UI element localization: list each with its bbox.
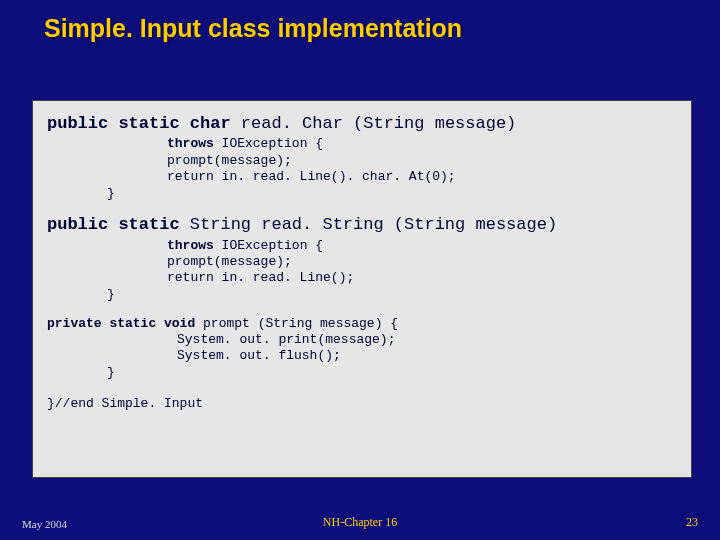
method3-signature: private static void prompt (String messa…	[47, 316, 683, 332]
method1-body: throws IOException { prompt(message); re…	[167, 136, 683, 185]
code-line: return in. read. Line(). char. At(0);	[167, 169, 683, 185]
footer-page-number: 23	[686, 515, 698, 530]
footer-chapter: NH-Chapter 16	[323, 515, 397, 530]
sig-rest: read. Char (String message)	[241, 114, 516, 133]
kw-throws: throws	[167, 136, 214, 151]
sig-keywords: public static	[47, 215, 190, 234]
code-line: System. out. print(message);	[177, 332, 683, 348]
method1-signature: public static char read. Char (String me…	[47, 113, 683, 134]
method2-close: }	[107, 287, 683, 303]
code-panel: public static char read. Char (String me…	[32, 100, 692, 478]
footer-date: May 2004	[22, 518, 67, 530]
code-line: throws IOException {	[167, 136, 683, 152]
method3-body: System. out. print(message); System. out…	[177, 332, 683, 365]
sig-rest: prompt (String message) {	[203, 316, 398, 331]
method2-body: throws IOException { prompt(message); re…	[167, 238, 683, 287]
code-text: IOException {	[214, 238, 323, 253]
code-line: return in. read. Line();	[167, 270, 683, 286]
sig-rest: String read. String (String message)	[190, 215, 557, 234]
sig-keywords: public static char	[47, 114, 241, 133]
sig-keywords: private static void	[47, 316, 203, 331]
code-line: throws IOException {	[167, 238, 683, 254]
kw-throws: throws	[167, 238, 214, 253]
class-end: }//end Simple. Input	[47, 396, 683, 412]
method2-signature: public static String read. String (Strin…	[47, 214, 683, 235]
code-line: System. out. flush();	[177, 348, 683, 364]
method1-close: }	[107, 186, 683, 202]
code-text: IOException {	[214, 136, 323, 151]
code-line: prompt(message);	[167, 254, 683, 270]
code-line: prompt(message);	[167, 153, 683, 169]
slide-title: Simple. Input class implementation	[44, 14, 462, 43]
method3-close: }	[107, 365, 683, 381]
